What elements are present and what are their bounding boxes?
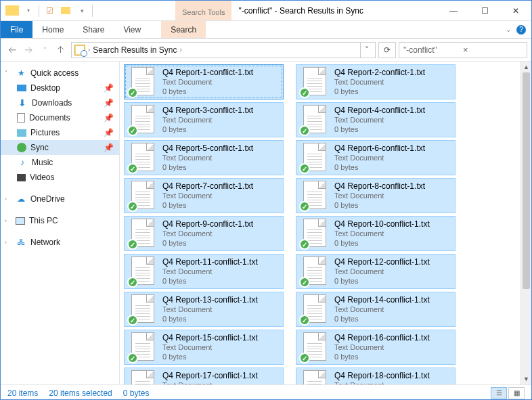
sidebar-network[interactable]: ›🖧Network: [1, 235, 119, 250]
file-info: Q4 Report-5-conflict-1.txt Text Document…: [162, 143, 279, 173]
sidebar-quick-access[interactable]: ˅ ★ Quick access: [1, 66, 119, 81]
tab-share[interactable]: Share: [73, 21, 114, 38]
explorer-icon[interactable]: [5, 3, 20, 18]
details-view-button[interactable]: ☰: [491, 387, 507, 399]
file-size: 0 bytes: [334, 201, 451, 210]
file-list[interactable]: ✓ Q4 Report-1-conflict-1.txt Text Docume…: [120, 62, 531, 384]
close-button[interactable]: ✕: [500, 1, 531, 20]
file-info: Q4 Report-8-conflict-1.txt Text Document…: [334, 181, 451, 210]
file-item[interactable]: ✓ Q4 Report-4-conflict-1.txt Text Docume…: [296, 102, 456, 137]
sidebar-onedrive[interactable]: ›☁OneDrive: [1, 192, 119, 206]
file-item[interactable]: ✓ Q4 Report-7-conflict-1.txt Text Docume…: [124, 178, 284, 213]
sync-check-badge: ✓: [299, 353, 310, 363]
chevron-right-icon[interactable]: ›: [88, 46, 90, 53]
tab-search[interactable]: Search: [161, 21, 206, 38]
clear-search-icon[interactable]: ×: [462, 45, 523, 55]
file-size: 0 bytes: [334, 125, 451, 135]
file-item[interactable]: ✓ Q4 Report-14-conflict-1.txt Text Docum…: [296, 292, 456, 327]
sync-check-badge: ✓: [299, 201, 310, 212]
file-item[interactable]: ✓ Q4 Report-9-conflict-1.txt Text Docume…: [124, 216, 284, 251]
address-bar[interactable]: › Search Results in Sync › ˅: [71, 42, 376, 58]
file-item[interactable]: ✓ Q4 Report-11-conflict-1.txt Text Docum…: [124, 254, 284, 289]
up-button[interactable]: 🡡: [53, 43, 68, 58]
tab-file[interactable]: File: [1, 21, 32, 38]
tab-view[interactable]: View: [114, 21, 150, 38]
chevron-right-icon[interactable]: ›: [179, 46, 181, 53]
file-item[interactable]: ✓ Q4 Report-1-conflict-1.txt Text Docume…: [124, 64, 284, 99]
text-document-icon: ✓: [301, 143, 329, 173]
file-name: Q4 Report-9-conflict-1.txt: [162, 219, 279, 229]
file-size: 0 bytes: [334, 87, 451, 97]
pin-icon: 📌: [104, 98, 114, 108]
sidebar-item-label: Sync: [30, 143, 49, 152]
file-item[interactable]: ✓ Q4 Report-3-conflict-1.txt Text Docume…: [124, 102, 284, 137]
file-item[interactable]: ✓ Q4 Report-8-conflict-1.txt Text Docume…: [296, 178, 456, 213]
title-bar: ▾ ☑ ▾ Search Tools "-conflict" - Search …: [1, 1, 531, 21]
sidebar-item-videos[interactable]: Videos: [1, 170, 119, 185]
file-info: Q4 Report-16-conflict-1.txt Text Documen…: [334, 333, 451, 362]
back-button[interactable]: 🡠: [5, 43, 20, 58]
recent-dropdown-icon[interactable]: ˅: [37, 43, 52, 58]
sidebar-this-pc[interactable]: ›This PC: [1, 213, 119, 228]
help-icon[interactable]: ?: [516, 25, 526, 35]
qat-dropdown-icon[interactable]: ▾: [21, 3, 36, 18]
text-document-icon: ✓: [301, 294, 329, 324]
file-name: Q4 Report-3-conflict-1.txt: [162, 106, 279, 116]
text-document-icon: ✓: [129, 370, 157, 384]
scrollbar[interactable]: ▲ ▼: [520, 62, 531, 384]
sidebar-item-documents[interactable]: Documents📌: [1, 110, 119, 125]
search-tools-context-tab[interactable]: Search Tools: [175, 1, 231, 20]
chevron-down-icon[interactable]: ˅: [5, 70, 12, 76]
file-item[interactable]: ✓ Q4 Report-12-conflict-1.txt Text Docum…: [296, 254, 456, 289]
forward-button[interactable]: 🡢: [21, 43, 36, 58]
maximize-button[interactable]: ☐: [469, 1, 500, 20]
sidebar-item-sync[interactable]: Sync📌: [1, 140, 119, 155]
sync-check-badge: ✓: [127, 315, 138, 326]
chevron-right-icon[interactable]: ›: [5, 217, 12, 224]
file-item[interactable]: ✓ Q4 Report-10-conflict-1.txt Text Docum…: [296, 216, 456, 251]
customize-qat-icon[interactable]: ▾: [74, 3, 89, 18]
search-input[interactable]: "-conflict" ×: [399, 42, 527, 58]
file-item[interactable]: ✓ Q4 Report-17-conflict-1.txt Text Docum…: [124, 368, 284, 384]
file-info: Q4 Report-18-conflict-1.txt Text Documen…: [334, 371, 451, 384]
ribbon-expand-icon[interactable]: ⌄: [506, 26, 511, 33]
new-folder-icon[interactable]: [58, 3, 73, 18]
file-item[interactable]: ✓ Q4 Report-5-conflict-1.txt Text Docume…: [124, 140, 284, 175]
file-size: 0 bytes: [162, 277, 279, 286]
file-size: 0 bytes: [162, 315, 279, 324]
file-item[interactable]: ✓ Q4 Report-6-conflict-1.txt Text Docume…: [296, 140, 456, 175]
properties-icon[interactable]: ☑: [42, 3, 57, 18]
sidebar-item-downloads[interactable]: ⬇Downloads📌: [1, 95, 119, 110]
pin-icon: 📌: [104, 143, 114, 152]
file-item[interactable]: ✓ Q4 Report-16-conflict-1.txt Text Docum…: [296, 330, 456, 365]
file-size: 0 bytes: [162, 87, 279, 97]
address-history-icon[interactable]: ˅: [360, 43, 372, 58]
file-name: Q4 Report-10-conflict-1.txt: [334, 219, 451, 229]
sidebar-item-music[interactable]: ♪Music: [1, 155, 119, 170]
sidebar-item-pictures[interactable]: Pictures📌: [1, 125, 119, 140]
sync-check-badge: ✓: [127, 277, 138, 288]
large-icons-view-button[interactable]: ▦: [508, 387, 525, 399]
sidebar-item-desktop[interactable]: Desktop📌: [1, 81, 119, 95]
sync-check-badge: ✓: [127, 201, 138, 212]
search-input-value: "-conflict": [403, 45, 462, 55]
breadcrumb-text[interactable]: Search Results in Sync: [93, 45, 177, 55]
minimize-button[interactable]: —: [438, 1, 469, 20]
file-item[interactable]: ✓ Q4 Report-15-conflict-1.txt Text Docum…: [124, 330, 284, 365]
scroll-up-icon[interactable]: ▲: [521, 62, 531, 72]
scrollbar-thumb[interactable]: [523, 72, 530, 289]
file-info: Q4 Report-11-conflict-1.txt Text Documen…: [162, 257, 279, 286]
file-item[interactable]: ✓ Q4 Report-18-conflict-1.txt Text Docum…: [296, 368, 456, 384]
scroll-down-icon[interactable]: ▼: [521, 374, 531, 384]
chevron-right-icon[interactable]: ›: [5, 239, 12, 246]
file-item[interactable]: ✓ Q4 Report-13-conflict-1.txt Text Docum…: [124, 292, 284, 327]
sync-check-badge: ✓: [299, 125, 310, 136]
file-name: Q4 Report-5-conflict-1.txt: [162, 143, 279, 154]
file-info: Q4 Report-14-conflict-1.txt Text Documen…: [334, 295, 451, 324]
tab-home[interactable]: Home: [32, 21, 73, 38]
chevron-right-icon[interactable]: ›: [5, 196, 12, 202]
sidebar-item-label: Network: [30, 238, 60, 247]
refresh-button[interactable]: ⟳: [378, 42, 396, 58]
file-item[interactable]: ✓ Q4 Report-2-conflict-1.txt Text Docume…: [296, 64, 456, 99]
file-name: Q4 Report-8-conflict-1.txt: [334, 181, 451, 192]
